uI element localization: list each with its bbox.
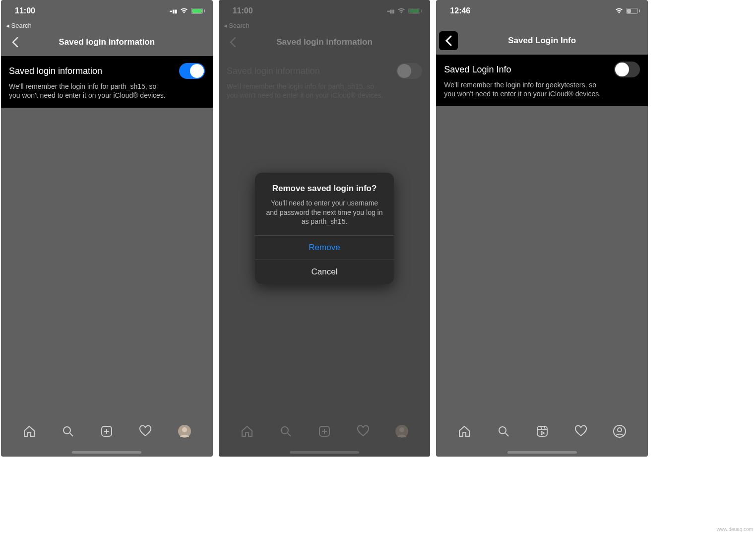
- activity-heart-icon[interactable]: [138, 424, 152, 438]
- activity-heart-icon[interactable]: [574, 424, 588, 438]
- modal-body: You'll need to enter your username and p…: [255, 199, 394, 236]
- bottom-nav: [436, 417, 648, 457]
- profile-icon[interactable]: [613, 424, 627, 438]
- wifi-icon: [180, 8, 188, 14]
- status-bar: 11:00 ▪▪▮▮: [1, 0, 213, 22]
- wifi-icon: [615, 8, 623, 14]
- back-to-search[interactable]: ◂ Search: [1, 22, 213, 31]
- back-chevron-icon[interactable]: [8, 35, 22, 49]
- svg-point-3: [182, 427, 187, 432]
- bottom-nav: [1, 417, 213, 457]
- search-icon[interactable]: [61, 424, 75, 438]
- cancel-button[interactable]: Cancel: [255, 260, 394, 284]
- setting-description: We'll remember the login info for geekyt…: [444, 80, 603, 98]
- cell-signal-icon: ▪▪▮▮: [170, 8, 177, 14]
- remove-button[interactable]: Remove: [255, 235, 394, 260]
- new-post-icon[interactable]: [100, 424, 114, 438]
- svg-point-8: [499, 427, 506, 434]
- home-indicator[interactable]: [72, 451, 141, 454]
- home-icon[interactable]: [457, 424, 471, 438]
- back-chevron-icon[interactable]: [439, 31, 458, 50]
- battery-icon: [626, 8, 640, 14]
- source-watermark: www.deuaq.com: [717, 527, 753, 532]
- page-header: Saved Login Info: [436, 30, 648, 52]
- page-header: Saved login information: [1, 31, 213, 53]
- modal-backdrop[interactable]: Remove saved login info? You'll need to …: [219, 0, 431, 457]
- clock: 12:46: [450, 6, 470, 15]
- status-icons: ▪▪▮▮: [170, 8, 205, 14]
- confirm-remove-modal: Remove saved login info? You'll need to …: [255, 173, 394, 284]
- svg-point-11: [618, 428, 622, 432]
- screen-1: 11:00 ▪▪▮▮ ◂ Search Saved login informat…: [1, 0, 213, 457]
- status-icons: [615, 8, 640, 14]
- setting-title: Saved login information: [9, 66, 102, 76]
- search-icon[interactable]: [497, 424, 510, 438]
- clock: 11:00: [15, 6, 35, 15]
- saved-login-card: Saved Login Info We'll remember the logi…: [436, 55, 648, 106]
- saved-login-toggle[interactable]: [614, 62, 640, 77]
- setting-title: Saved Login Info: [444, 65, 511, 75]
- svg-rect-9: [537, 426, 547, 436]
- home-icon[interactable]: [22, 424, 36, 438]
- modal-title: Remove saved login info?: [255, 173, 394, 199]
- saved-login-toggle[interactable]: [179, 63, 205, 79]
- svg-point-0: [63, 427, 70, 434]
- page-title: Saved Login Info: [508, 36, 576, 46]
- profile-avatar-icon[interactable]: [178, 424, 191, 438]
- battery-charging-icon: [191, 8, 205, 14]
- home-indicator[interactable]: [507, 451, 577, 454]
- saved-login-card: Saved login information We'll remember t…: [1, 56, 213, 108]
- screen-2: 11:00 ▪▪▮▮ ◂ Search Saved login informat…: [219, 0, 431, 457]
- reels-icon[interactable]: [535, 424, 549, 438]
- screen-3: 12:46 Saved Login Info Saved Login Info: [436, 0, 648, 457]
- page-title: Saved login information: [59, 37, 155, 47]
- setting-description: We'll remember the login info for parth_…: [9, 82, 168, 100]
- status-bar: 12:46: [436, 0, 648, 22]
